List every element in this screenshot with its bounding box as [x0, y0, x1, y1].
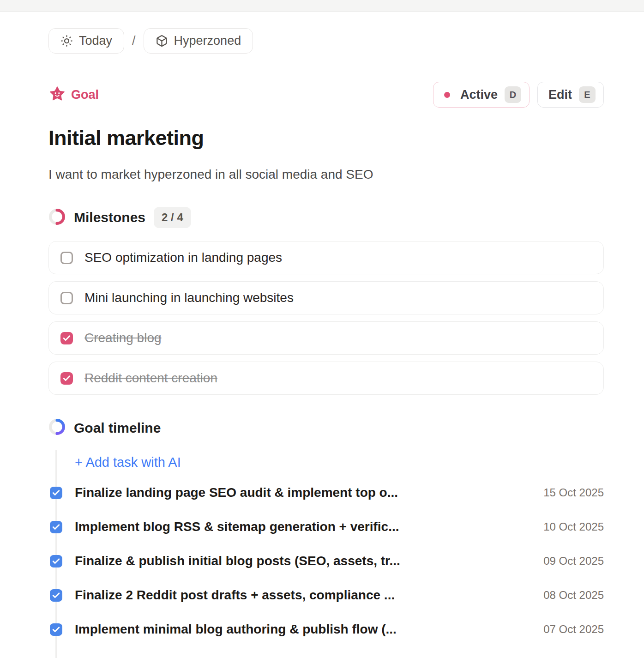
header-actions: Active D Edit E	[433, 82, 604, 108]
page-title: Initial marketing	[48, 126, 604, 150]
milestone-item[interactable]: SEO optimization in landing pages	[48, 241, 604, 274]
milestone-item[interactable]: Mini launching in launching websites	[48, 281, 604, 314]
milestones-header: Milestones 2 / 4	[48, 207, 604, 228]
task-row[interactable]: Implement blog RSS & sitemap generation …	[48, 510, 604, 544]
status-shortcut-badge: D	[505, 86, 521, 103]
checkbox-checked[interactable]	[50, 589, 62, 602]
box-icon	[156, 35, 168, 47]
top-bar	[0, 0, 644, 12]
milestone-list: SEO optimization in landing pages Mini l…	[48, 241, 604, 395]
milestone-item[interactable]: Reddit content creation	[48, 362, 604, 395]
task-date: 08 Oct 2025	[543, 589, 604, 602]
edit-button[interactable]: Edit E	[537, 82, 604, 108]
status-label: Active	[460, 88, 498, 102]
task-row[interactable]: Finalize & publish initial blog posts (S…	[48, 544, 604, 578]
task-date: 10 Oct 2025	[543, 520, 604, 533]
timeline-header: Goal timeline	[48, 418, 604, 437]
checkbox-unchecked[interactable]	[60, 252, 73, 264]
milestones-title: Milestones	[74, 210, 145, 225]
checkbox-checked[interactable]	[50, 623, 62, 636]
goal-page: Today / Hyperzoned Goal Active D Edit	[0, 28, 644, 658]
breadcrumb-separator: /	[132, 34, 136, 48]
milestone-item[interactable]: Creating blog	[48, 321, 604, 355]
add-task-with-ai-link[interactable]: + Add task with AI	[75, 449, 181, 476]
task-date: 15 Oct 2025	[543, 486, 604, 499]
task-label: Implement blog RSS & sitemap generation …	[75, 519, 399, 534]
goal-header-row: Goal Active D Edit E	[48, 82, 604, 108]
checkbox-checked[interactable]	[50, 521, 62, 533]
breadcrumb-today-label: Today	[79, 34, 112, 48]
breadcrumb: Today / Hyperzoned	[48, 28, 604, 54]
progress-ring-blue-icon	[48, 418, 66, 437]
task-row[interactable]: Implement minimal blog authoring & publi…	[48, 612, 604, 646]
task-label: Finalize landing page SEO audit & implem…	[75, 485, 398, 500]
task-label: Finalize 2 Reddit post drafts + assets, …	[75, 588, 395, 603]
checkbox-checked[interactable]	[60, 372, 73, 385]
goal-type-label: Goal	[48, 85, 99, 104]
goal-description: I want to market hyperzoned in all socia…	[48, 167, 604, 182]
task-label: Implement minimal blog authoring & publi…	[75, 622, 397, 637]
sun-icon	[60, 35, 73, 47]
status-button[interactable]: Active D	[433, 82, 530, 108]
milestones-count-badge: 2 / 4	[154, 207, 191, 228]
breadcrumb-today-button[interactable]: Today	[48, 28, 124, 54]
edit-shortcut-badge: E	[579, 86, 596, 103]
breadcrumb-project-label: Hyperzoned	[174, 34, 241, 48]
timeline-body: + Add task with AI Finalize landing page…	[48, 449, 604, 658]
progress-ring-pink-icon	[48, 208, 66, 227]
timeline-title: Goal timeline	[74, 420, 161, 436]
task-row[interactable]: Finalize 2 Reddit post drafts + assets, …	[48, 578, 604, 612]
milestone-label: SEO optimization in landing pages	[84, 250, 282, 265]
milestone-label: Reddit content creation	[84, 371, 217, 386]
breadcrumb-project-button[interactable]: Hyperzoned	[144, 28, 253, 54]
checkbox-checked[interactable]	[60, 332, 73, 344]
checkbox-checked[interactable]	[50, 487, 62, 499]
task-label: Finalize & publish initial blog posts (S…	[75, 554, 400, 568]
status-dot-icon	[444, 92, 450, 98]
milestone-label: Mini launching in launching websites	[84, 290, 294, 305]
task-date: 09 Oct 2025	[543, 555, 604, 567]
task-date: 07 Oct 2025	[543, 623, 604, 636]
checkbox-unchecked[interactable]	[60, 292, 73, 304]
milestone-label: Creating blog	[84, 331, 162, 345]
checkbox-checked[interactable]	[50, 555, 62, 567]
task-row[interactable]: Finalize landing page SEO audit & implem…	[48, 476, 604, 510]
edit-label: Edit	[548, 88, 572, 102]
star-face-icon	[48, 85, 66, 104]
goal-type-text: Goal	[71, 88, 99, 102]
